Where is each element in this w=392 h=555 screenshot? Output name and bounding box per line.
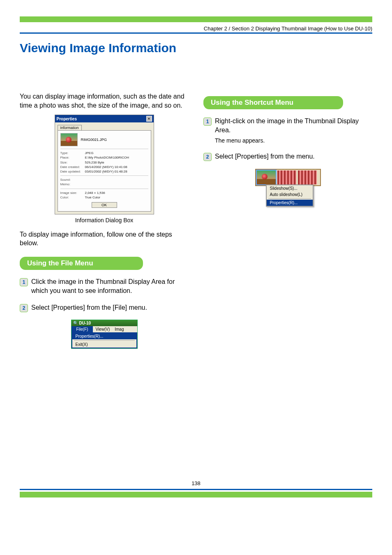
kv-key: Date updated: (60, 169, 85, 174)
dialog-caption: Information Dialog Box (20, 217, 189, 223)
kv-key: Size: (60, 160, 85, 165)
thumbnail-selected[interactable] (257, 170, 276, 184)
menu-exit[interactable]: Exit(X) (72, 341, 136, 348)
menubar-file[interactable]: File(F) (71, 326, 93, 332)
kv-val (85, 182, 148, 187)
kv-key: Image size: (60, 191, 85, 195)
kv-val: E:\My Photo\DCIM\100RICOH (85, 155, 148, 160)
information-tab[interactable]: Information (58, 125, 82, 130)
kv-key: Type: (60, 151, 85, 155)
filename-label: RIMG0021.JPG (81, 138, 107, 142)
shortcut-step-1: Right-click on the image in the Thumbnai… (215, 117, 372, 135)
file-menu-figure: 🔍 DU-10 File(F) View(V) Imag Properties(… (20, 320, 189, 349)
step-number-1: 1 (203, 117, 212, 126)
properties-dialog-figure: Properties × Information RIMG0021.JPG Ty… (20, 115, 189, 223)
kv-val (85, 177, 148, 182)
page-title: Viewing Image Information (20, 41, 372, 55)
menu-properties[interactable]: Properties(R)... (72, 333, 136, 339)
kv-val: True Color (85, 195, 148, 200)
kv-key: Place: (60, 155, 85, 160)
shortcut-step-2: Select [Properties] from the menu. (215, 152, 315, 161)
shortcut-menu-heading: Using the Shortcut Menu (203, 96, 343, 109)
bottom-bars (20, 489, 372, 497)
shortcut-step-1-sub: The menu appears. (215, 137, 372, 145)
kv-key: Memo: (60, 182, 85, 187)
chapter-underline (20, 32, 372, 34)
properties-dialog: Properties × Information RIMG0021.JPG Ty… (55, 115, 154, 214)
kv-val: JPEG (85, 151, 148, 155)
ctx-auto-slideshow[interactable]: Auto slideshow(L) (267, 191, 313, 198)
close-icon[interactable]: × (146, 116, 152, 122)
kv-val: 06/14/2002 (M/D/Y) 10:41:08 (85, 165, 148, 169)
step-number-2: 2 (203, 153, 212, 161)
ctx-properties[interactable]: Properties(R)... (267, 200, 313, 206)
file-step-2: Select [Properties] from the [File] menu… (31, 303, 147, 312)
kv-key: Date created: (60, 165, 85, 169)
file-step-1: Click the image in the Thumbnail Display… (31, 277, 189, 296)
kv-key: Color: (60, 195, 85, 200)
thumbnail-preview (60, 133, 78, 146)
intro-text: You can display image information, such … (20, 92, 189, 110)
thumbnail[interactable] (298, 170, 317, 184)
kv-val: 529,238 Byte (85, 160, 148, 165)
ctx-slideshow[interactable]: Slideshow(S)... (267, 185, 313, 191)
top-green-bar (20, 16, 372, 22)
page-number: 138 (20, 480, 372, 486)
context-menu-figure: Slideshow(S)... Auto slideshow(L) Proper… (203, 169, 372, 215)
dialog-titlebar: Properties (57, 117, 77, 121)
menubar-image[interactable]: Imag (112, 326, 126, 332)
kv-key: Sound: (60, 177, 85, 182)
context-menu: Slideshow(S)... Auto slideshow(L) Proper… (266, 184, 314, 207)
file-menu-heading: Using the File Menu (20, 257, 143, 270)
chapter-line: Chapter 2 / Section 2 Displaying Thumbna… (20, 25, 372, 32)
window-title: DU-10 (79, 321, 91, 325)
menubar-view[interactable]: View(V) (93, 326, 112, 332)
step-number-2: 2 (20, 304, 28, 312)
ok-button[interactable]: OK (92, 202, 117, 208)
thumbnail[interactable] (277, 170, 296, 184)
follow-intro: To display image information, follow one… (20, 230, 189, 248)
kv-val: 03/01/2002 (M/D/Y) 01:48:28 (85, 169, 148, 174)
step-number-1: 1 (20, 278, 28, 286)
kv-val: 2,048 × 1,536 (85, 191, 148, 195)
